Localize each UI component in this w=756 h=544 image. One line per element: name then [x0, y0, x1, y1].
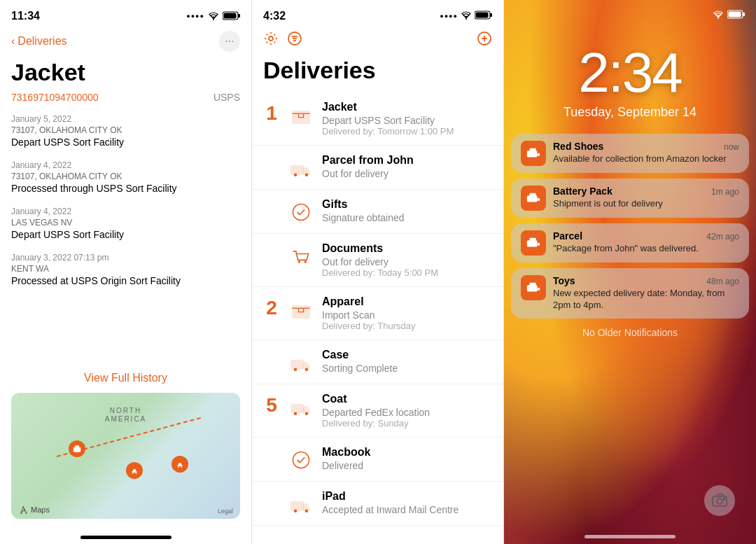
notif-title-battery-pack: Battery Pack: [553, 186, 612, 197]
history-location-3: KENT WA: [11, 264, 240, 274]
svg-rect-37: [291, 501, 304, 510]
svg-rect-45: [530, 148, 536, 153]
detail-panel: 11:34 ●●●● ‹ Deliveries ··· Jacket 73169…: [0, 0, 252, 544]
svg-point-58: [724, 498, 725, 500]
notif-time-battery-pack: 1m ago: [711, 187, 739, 197]
filter-icon[interactable]: [287, 31, 302, 50]
history-location-2: LAS VEGAS NV: [11, 218, 240, 228]
history-date-2: January 4, 2022: [11, 207, 240, 216]
svg-rect-48: [530, 193, 536, 198]
delivery-info-case: Case Sorting Complete: [322, 349, 492, 374]
svg-point-10: [465, 18, 467, 20]
wifi-icon-detail: [208, 11, 219, 22]
delivery-item-coat[interactable]: 5 Coat Departed FedEx location Delivered…: [252, 384, 503, 438]
svg-point-26: [293, 204, 309, 220]
truck-icon-case: [288, 350, 314, 375]
notif-body-red-shoes: Available for collection from Amazon loc…: [553, 153, 739, 165]
back-button[interactable]: ‹ Deliveries: [11, 35, 67, 48]
checkmark-icon-gifts: [288, 200, 314, 225]
notifications-container: Red Shoes now Available for collection f…: [504, 134, 756, 319]
no-older-label: No Older Notifications: [504, 327, 756, 338]
history-status-2: Depart USPS Sort Facility: [11, 229, 240, 240]
delivery-item-jacket[interactable]: 1 Jacket Depart USPS Sort Facility Deliv…: [252, 92, 503, 146]
notification-red-shoes[interactable]: Red Shoes now Available for collection f…: [511, 134, 749, 173]
camera-button[interactable]: [704, 485, 735, 516]
delivery-name-apparel: Apparel: [322, 295, 492, 308]
delivery-extra-coat: Delivered by: Sunday: [322, 418, 492, 428]
svg-rect-46: [538, 153, 540, 156]
delivery-number-5: 5: [263, 394, 280, 417]
history-status-0: Depart USPS Sort Facility: [11, 137, 240, 148]
lock-time: 2:34: [504, 41, 756, 105]
chevron-left-icon: ‹: [11, 35, 15, 48]
map-container[interactable]: NORTH AMERICA Maps Legal: [11, 393, 240, 519]
svg-rect-2: [224, 13, 237, 18]
delivery-info-apparel: Apparel Import Scan Delivered by: Thursd…: [322, 295, 492, 331]
delivery-info-ipad: iPad Accepted at Inward Mail Centre: [322, 490, 492, 515]
history-entry-2: January 4, 2022 LAS VEGAS NV Depart USPS…: [11, 207, 240, 240]
notif-content-parcel: Parcel 42m ago "Package from John" was d…: [553, 230, 739, 255]
status-icons-list: ●●●●: [440, 10, 492, 22]
nav-bar-list: [252, 28, 503, 57]
delivery-item-apparel[interactable]: 2 Apparel Import Scan Delivered by: Thur…: [252, 287, 503, 340]
delivery-name-documents: Documents: [322, 242, 492, 255]
truck-icon-parcel: [288, 155, 314, 181]
svg-point-38: [294, 510, 297, 512]
delivery-name-coat: Coat: [322, 393, 492, 405]
svg-point-28: [304, 260, 307, 263]
settings-icon[interactable]: [263, 31, 279, 50]
history-date-3: January 3, 2022 07:13 pm: [11, 253, 240, 263]
view-full-history-button[interactable]: View Full History: [0, 363, 251, 393]
lock-date: Tuesday, September 14: [504, 105, 756, 120]
delivery-list: 1 Jacket Depart USPS Sort Facility Deliv…: [252, 92, 503, 544]
delivery-extra-documents: Delivered by: Today 5:00 PM: [322, 267, 492, 278]
delivery-info-gifts: Gifts Signature obtained: [322, 198, 492, 223]
cart-icon-documents: [288, 244, 314, 269]
delivery-item-macbook[interactable]: - Macbook Delivered: [252, 438, 503, 482]
svg-point-8: [178, 466, 179, 468]
notification-battery-pack[interactable]: Battery Pack 1m ago Shipment is out for …: [511, 179, 749, 218]
delivery-item-documents[interactable]: - Documents Out for delivery Delivered b…: [252, 234, 503, 287]
delivery-status-case: Sorting Complete: [322, 363, 492, 374]
svg-point-34: [294, 412, 297, 415]
history-location-1: 73107, OKLAHOMA CITY OK: [11, 172, 240, 181]
delivery-item-ipad[interactable]: - iPad Accepted at Inward Mail Centre: [252, 482, 503, 526]
svg-rect-43: [743, 13, 745, 16]
map-legal: Legal: [218, 508, 233, 515]
delivery-info-jacket: Jacket Depart USPS Sort Facility Deliver…: [322, 101, 492, 137]
add-button[interactable]: [477, 31, 492, 50]
lock-status-icons: [713, 10, 745, 21]
wifi-icon-lock: [713, 10, 724, 21]
notif-time-parcel: 42m ago: [706, 232, 739, 242]
delivery-item-case[interactable]: - Case Sorting Complete: [252, 340, 503, 384]
status-bar-detail: 11:34 ●●●●: [0, 0, 251, 28]
tracking-number[interactable]: 7316971094700000: [11, 92, 99, 103]
more-button[interactable]: ···: [219, 31, 240, 52]
notification-toys[interactable]: Toys 48m ago New expected delivery date:…: [511, 268, 749, 319]
svg-point-40: [718, 18, 719, 19]
svg-rect-23: [291, 165, 304, 174]
battery-icon-list: [475, 10, 492, 22]
battery-icon-lock: [727, 10, 745, 21]
delivery-item-parcel[interactable]: - Parcel from John Out for delivery: [252, 146, 503, 190]
home-indicator-lock: [584, 535, 676, 538]
lock-screen-panel: 2:34 Tuesday, September 14 Red Shoes now…: [504, 0, 756, 544]
svg-point-24: [294, 174, 297, 176]
box-icon-jacket: [288, 102, 314, 127]
delivery-status-ipad: Accepted at Inward Mail Centre: [322, 504, 492, 515]
home-bar-detail: [80, 536, 172, 539]
tracking-row: 7316971094700000 USPS: [0, 92, 251, 114]
checkmark-icon-macbook: [288, 447, 314, 473]
notif-icon-toys: [521, 275, 546, 300]
map-label-america: AMERICA: [105, 415, 147, 423]
svg-point-32: [305, 368, 308, 371]
signal-icon-list: ●●●●: [440, 13, 458, 20]
delivery-item-gifts[interactable]: - Gifts Signature obtained: [252, 190, 503, 234]
delivery-info-parcel: Parcel from John Out for delivery: [322, 154, 492, 179]
notification-parcel[interactable]: Parcel 42m ago "Package from John" was d…: [511, 223, 749, 263]
history-entry-3: January 3, 2022 07:13 pm KENT WA Process…: [11, 253, 240, 286]
delivery-name-gifts: Gifts: [322, 198, 492, 211]
carrier-label: USPS: [214, 92, 240, 103]
delivery-name-parcel: Parcel from John: [322, 154, 492, 167]
lock-status-bar: [504, 0, 756, 27]
